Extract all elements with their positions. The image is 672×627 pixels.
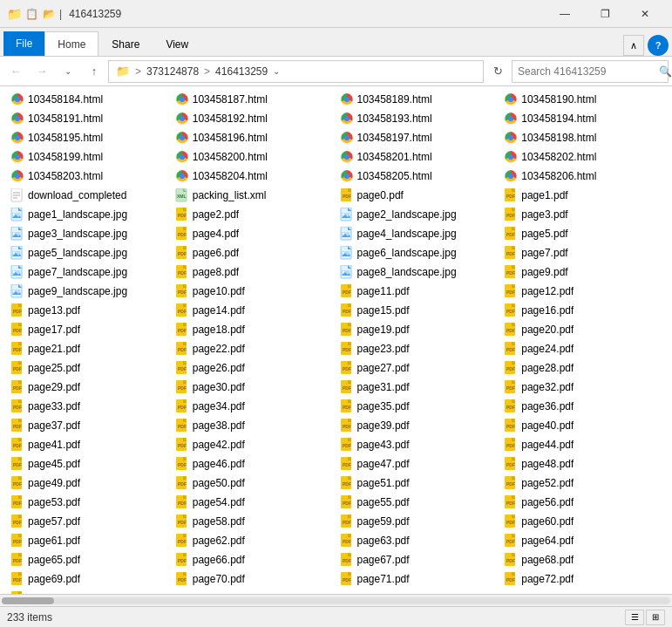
list-item[interactable]: 103458199.html: [7, 147, 172, 167]
list-item[interactable]: 103458203.html: [7, 167, 172, 186]
list-item[interactable]: PDF page67.pdf: [336, 550, 501, 569]
list-item[interactable]: PDF page32.pdf: [500, 378, 665, 397]
list-item[interactable]: PDF page71.pdf: [336, 569, 501, 589]
list-item[interactable]: PDF page19.pdf: [336, 320, 501, 339]
list-item[interactable]: PDF page53.pdf: [7, 493, 172, 512]
list-item[interactable]: page7_landscape.jpg: [7, 262, 172, 282]
list-item[interactable]: PDF page2.pdf: [172, 205, 336, 224]
list-item[interactable]: PDF page4.pdf: [172, 224, 336, 243]
list-item[interactable]: 103458187.html: [172, 90, 336, 109]
list-item[interactable]: PDF page63.pdf: [336, 531, 501, 550]
list-item[interactable]: PDF page29.pdf: [7, 378, 172, 397]
list-item[interactable]: PDF page17.pdf: [7, 320, 172, 339]
list-item[interactable]: PDF page62.pdf: [172, 531, 336, 550]
refresh-button[interactable]: ↻: [485, 59, 510, 84]
list-item[interactable]: PDF page33.pdf: [7, 397, 172, 416]
list-item[interactable]: 103458189.html: [336, 90, 501, 109]
list-item[interactable]: 103458204.html: [172, 167, 336, 186]
list-item[interactable]: 103458198.html: [500, 128, 665, 147]
list-item[interactable]: PDF page37.pdf: [7, 416, 172, 435]
list-item[interactable]: page6_landscape.jpg: [336, 243, 501, 262]
list-item[interactable]: PDF page26.pdf: [172, 358, 336, 378]
list-item[interactable]: page3_landscape.jpg: [7, 224, 172, 243]
list-item[interactable]: PDF page25.pdf: [7, 358, 172, 378]
scrollbar-thumb[interactable]: [2, 597, 54, 604]
list-item[interactable]: PDF page21.pdf: [7, 339, 172, 358]
list-item[interactable]: 103458195.html: [7, 128, 172, 147]
list-item[interactable]: PDF page7.pdf: [500, 243, 665, 262]
list-item[interactable]: PDF page65.pdf: [7, 550, 172, 569]
list-item[interactable]: PDF page36.pdf: [500, 397, 665, 416]
list-item[interactable]: PDF page46.pdf: [172, 454, 336, 474]
list-item[interactable]: 103458191.html: [7, 109, 172, 128]
list-item[interactable]: PDF page31.pdf: [336, 378, 501, 397]
scrollbar-track[interactable]: [2, 597, 670, 604]
minimize-button[interactable]: —: [545, 0, 585, 28]
list-item[interactable]: PDF page45.pdf: [7, 454, 172, 474]
list-item[interactable]: PDF page20.pdf: [500, 320, 665, 339]
up-button[interactable]: ↑: [82, 59, 106, 84]
list-item[interactable]: PDF page11.pdf: [336, 282, 501, 301]
list-item[interactable]: PDF page35.pdf: [336, 397, 501, 416]
list-item[interactable]: PDF page52.pdf: [500, 474, 665, 493]
list-item[interactable]: PDF page64.pdf: [500, 531, 665, 550]
list-item[interactable]: 103458197.html: [336, 128, 501, 147]
list-item[interactable]: PDF page13.pdf: [7, 301, 172, 320]
list-item[interactable]: PDF page9.pdf: [500, 262, 665, 282]
list-item[interactable]: PDF page30.pdf: [172, 378, 336, 397]
list-item[interactable]: PDF page68.pdf: [500, 550, 665, 569]
list-item[interactable]: PDF page27.pdf: [336, 358, 501, 378]
forward-button[interactable]: →: [30, 59, 54, 84]
list-item[interactable]: PDF page58.pdf: [172, 512, 336, 531]
list-item[interactable]: PDF page42.pdf: [172, 435, 336, 454]
list-item[interactable]: PDF page15.pdf: [336, 301, 501, 320]
list-item[interactable]: PDF page50.pdf: [172, 474, 336, 493]
list-item[interactable]: PDF page54.pdf: [172, 493, 336, 512]
list-item[interactable]: 103458206.html: [500, 167, 665, 186]
list-item[interactable]: PDF page60.pdf: [500, 512, 665, 531]
list-item[interactable]: PDF page28.pdf: [500, 358, 665, 378]
address-path[interactable]: 📁 > 373124878 > 416413259 ⌄: [108, 60, 484, 83]
list-item[interactable]: page8_landscape.jpg: [336, 262, 501, 282]
list-item[interactable]: PDF page5.pdf: [500, 224, 665, 243]
list-item[interactable]: PDF page72.pdf: [500, 569, 665, 589]
list-item[interactable]: 103458202.html: [500, 147, 665, 167]
list-item[interactable]: PDF page10.pdf: [172, 282, 336, 301]
list-item[interactable]: PDF page48.pdf: [500, 454, 665, 474]
dropdown-button[interactable]: ⌄: [56, 59, 80, 84]
list-item[interactable]: 103458200.html: [172, 147, 336, 167]
file-area[interactable]: 103458184.html 103458187.html 103458189.…: [0, 86, 672, 594]
list-item[interactable]: PDF page57.pdf: [7, 512, 172, 531]
list-item[interactable]: PDF page59.pdf: [336, 512, 501, 531]
detail-view-button[interactable]: ☰: [625, 610, 644, 625]
list-item[interactable]: PDF page61.pdf: [7, 531, 172, 550]
close-button[interactable]: ✕: [625, 0, 665, 28]
list-item[interactable]: 103458190.html: [500, 90, 665, 109]
maximize-button[interactable]: ❐: [585, 0, 625, 28]
list-item[interactable]: 103458194.html: [500, 109, 665, 128]
list-item[interactable]: PDF page34.pdf: [172, 397, 336, 416]
list-item[interactable]: PDF page47.pdf: [336, 454, 501, 474]
list-item[interactable]: PDF page0.pdf: [336, 186, 501, 205]
list-item[interactable]: PDF page69.pdf: [7, 569, 172, 589]
list-item[interactable]: PDF page6.pdf: [172, 243, 336, 262]
list-item[interactable]: PDF page66.pdf: [172, 550, 336, 569]
list-item[interactable]: PDF page22.pdf: [172, 339, 336, 358]
list-item[interactable]: 103458184.html: [7, 90, 172, 109]
list-item[interactable]: PDF page51.pdf: [336, 474, 501, 493]
list-item[interactable]: 103458205.html: [336, 167, 501, 186]
list-item[interactable]: PDF page3.pdf: [500, 205, 665, 224]
list-item[interactable]: download_completed: [7, 186, 172, 205]
scrollbar-area[interactable]: [0, 594, 672, 606]
list-item[interactable]: page1_landscape.jpg: [7, 205, 172, 224]
list-item[interactable]: PDF page56.pdf: [500, 493, 665, 512]
list-item[interactable]: 103458193.html: [336, 109, 501, 128]
list-item[interactable]: PDF page55.pdf: [336, 493, 501, 512]
list-item[interactable]: 103458201.html: [336, 147, 501, 167]
list-item[interactable]: XML packing_list.xml: [172, 186, 336, 205]
tab-share[interactable]: Share: [98, 31, 153, 56]
list-item[interactable]: PDF page14.pdf: [172, 301, 336, 320]
list-item[interactable]: 103458196.html: [172, 128, 336, 147]
list-item[interactable]: PDF page18.pdf: [172, 320, 336, 339]
list-item[interactable]: PDF page39.pdf: [336, 416, 501, 435]
